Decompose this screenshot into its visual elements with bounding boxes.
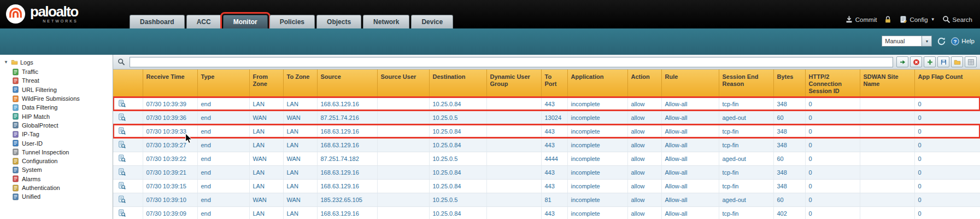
column-header-source[interactable]: Source: [317, 70, 377, 97]
log-cell: 4444: [541, 152, 567, 165]
log-cell: 07/30 10:39:21: [143, 165, 197, 179]
column-header-from-zone[interactable]: From Zone: [249, 70, 283, 97]
log-detail-icon[interactable]: [118, 127, 126, 135]
sidebar-item-url-filtering[interactable]: URL Filtering: [12, 85, 113, 94]
log-cell: [377, 111, 429, 124]
log-cell: [860, 97, 914, 111]
sidebar-item-traffic[interactable]: Traffic: [12, 67, 113, 76]
sidebar-item-unified[interactable]: Unified: [12, 192, 113, 201]
refresh-interval-select[interactable]: Manual ▼: [882, 36, 932, 47]
column-header-source-user[interactable]: Source User: [377, 70, 429, 97]
log-detail-icon[interactable]: [118, 168, 126, 176]
sidebar-item-globalprotect[interactable]: GlobalProtect: [12, 121, 113, 130]
log-cell: aged-out: [719, 193, 773, 206]
log-cell: 0: [914, 124, 980, 138]
log-detail-icon[interactable]: [118, 209, 126, 217]
top-bar: paloalto NETWORKS DashboardACCMonitorPol…: [0, 0, 980, 28]
column-header-dynamic-user-group[interactable]: Dynamic User Group: [486, 70, 541, 97]
log-detail-icon[interactable]: [118, 154, 126, 162]
commit-button[interactable]: Commit: [845, 15, 877, 24]
log-detail-cell: [113, 124, 143, 138]
column-header-action[interactable]: Action: [627, 70, 661, 97]
log-filter-input[interactable]: [130, 57, 893, 67]
log-cell: LAN: [283, 124, 317, 138]
sidebar-root-logs[interactable]: ▼ Logs: [4, 57, 113, 67]
tab-network[interactable]: Network: [363, 15, 409, 28]
column-header-application[interactable]: Application: [567, 70, 627, 97]
column-header-session-end-reason[interactable]: Session End Reason: [719, 70, 773, 97]
brand-subtitle: NETWORKS: [43, 19, 78, 23]
column-header-http-2-connection-session-id[interactable]: HTTP/2 Connection Session ID: [805, 70, 860, 97]
column-header-receive-time[interactable]: Receive Time: [143, 70, 197, 97]
tree-collapse-icon[interactable]: ▼: [4, 60, 9, 65]
sidebar-item-label: System: [22, 166, 42, 173]
column-header-type[interactable]: Type: [197, 70, 249, 97]
column-header-to-zone[interactable]: To Zone: [283, 70, 317, 97]
log-detail-cell: [113, 193, 143, 206]
log-cell: [486, 152, 541, 165]
log-detail-icon[interactable]: [118, 195, 126, 203]
column-header-app-flap-count[interactable]: App Flap Count: [914, 70, 980, 97]
tab-dashboard[interactable]: Dashboard: [130, 15, 185, 28]
sidebar-item-system[interactable]: System: [12, 165, 113, 174]
log-cell: LAN: [283, 97, 317, 111]
tab-monitor[interactable]: Monitor: [223, 15, 268, 28]
tab-acc[interactable]: ACC: [186, 15, 221, 28]
log-cell: 07/30 10:39:09: [143, 206, 197, 219]
sidebar-item-data-filtering[interactable]: Data Filtering: [12, 103, 113, 112]
log-cell: LAN: [283, 138, 317, 152]
save-filter-button[interactable]: [937, 56, 949, 67]
refresh-icon[interactable]: [937, 37, 946, 46]
log-cell: 07/30 10:39:39: [143, 97, 197, 111]
log-cell: [486, 206, 541, 219]
sidebar-item-tunnel-inspection[interactable]: Tunnel Inspection: [12, 148, 113, 157]
alarms-icon: [12, 175, 19, 182]
column-header-sdwan-site-name[interactable]: SDWAN Site Name: [860, 70, 914, 97]
sidebar-item-wildfire-submissions[interactable]: WildFire Submissions: [12, 94, 113, 103]
sidebar-item-configuration[interactable]: Configuration: [12, 157, 113, 165]
export-button[interactable]: [965, 56, 977, 67]
load-filter-button[interactable]: [951, 56, 963, 67]
config-menu-button[interactable]: Config ▼: [899, 15, 935, 24]
sidebar-item-label: HIP Match: [22, 113, 50, 120]
sidebar-item-threat[interactable]: Threat: [12, 76, 113, 85]
clear-filter-button[interactable]: [910, 56, 922, 67]
log-cell: end: [197, 97, 249, 111]
combo-caret-icon[interactable]: ▼: [922, 36, 932, 47]
log-detail-cell: [113, 138, 143, 152]
log-cell: incomplete: [567, 152, 627, 165]
configuration-icon: [12, 158, 19, 165]
search-button[interactable]: Search: [942, 15, 972, 24]
log-cell: 0: [914, 138, 980, 152]
log-cell: incomplete: [567, 179, 627, 193]
sidebar-item-authentication[interactable]: Authentication: [12, 183, 113, 192]
column-header-bytes[interactable]: Bytes: [773, 70, 805, 97]
filter-search-icon[interactable]: [115, 56, 127, 67]
log-detail-icon[interactable]: [118, 182, 126, 189]
lock-button[interactable]: [884, 15, 892, 24]
log-detail-icon[interactable]: [118, 113, 126, 121]
log-cell: incomplete: [567, 165, 627, 179]
add-filter-button[interactable]: [924, 56, 936, 67]
log-cell: 10.25.0.84: [429, 124, 486, 138]
help-button[interactable]: ? Help: [951, 37, 975, 45]
tab-objects[interactable]: Objects: [316, 15, 361, 28]
log-row: 07/30 10:39:36endWANWAN87.251.74.21610.2…: [113, 111, 980, 124]
sidebar-tree-items: TrafficThreatURL FilteringWildFire Submi…: [12, 67, 113, 201]
sidebar-item-ip-tag[interactable]: IP-Tag: [12, 130, 113, 139]
log-detail-icon[interactable]: [118, 100, 126, 107]
user-id-icon: [12, 140, 19, 147]
log-cell: 443: [541, 138, 567, 152]
log-detail-icon[interactable]: [118, 141, 126, 148]
column-header-rule[interactable]: Rule: [661, 70, 719, 97]
brand-name: paloalto: [30, 5, 78, 19]
tab-policies[interactable]: Policies: [269, 15, 315, 28]
log-cell: allow: [627, 179, 661, 193]
column-header-destination[interactable]: Destination: [429, 70, 486, 97]
sidebar-item-alarms[interactable]: Alarms: [12, 175, 113, 183]
column-header-to-port[interactable]: To Port: [541, 70, 567, 97]
sidebar-item-hip-match[interactable]: HIP Match: [12, 112, 113, 120]
tab-device[interactable]: Device: [411, 15, 453, 28]
sidebar-item-user-id[interactable]: User-ID: [12, 139, 113, 147]
apply-filter-button[interactable]: [896, 56, 908, 67]
